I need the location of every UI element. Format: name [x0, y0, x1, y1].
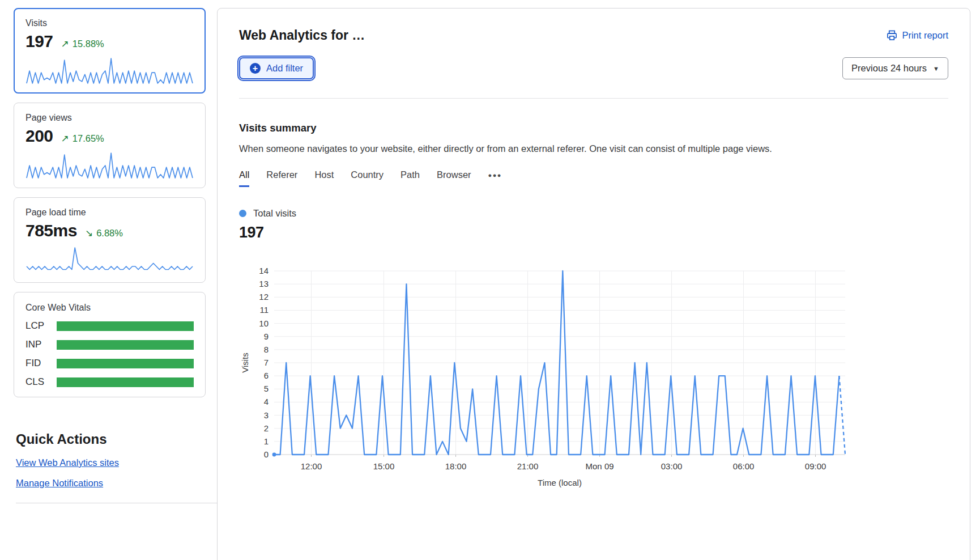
svg-text:18:00: 18:00 [445, 461, 467, 471]
svg-text:7: 7 [264, 358, 269, 367]
vital-bar-track [57, 321, 194, 331]
svg-text:8: 8 [264, 345, 269, 354]
vital-row-inp: INP [25, 339, 194, 350]
add-filter-label: Add filter [266, 63, 303, 74]
view-web-analytics-sites-link[interactable]: View Web Analytics sites [16, 458, 119, 468]
svg-text:Time (local): Time (local) [538, 478, 582, 487]
tab-country[interactable]: Country [351, 169, 384, 187]
trend-up-icon: ↗ [61, 133, 69, 145]
svg-text:14: 14 [259, 266, 269, 275]
svg-text:Mon 09: Mon 09 [586, 461, 614, 471]
tab-path[interactable]: Path [400, 169, 420, 187]
svg-text:12:00: 12:00 [301, 461, 322, 471]
tab-host[interactable]: Host [314, 169, 334, 187]
vital-row-lcp: LCP [25, 320, 194, 332]
svg-text:4: 4 [264, 397, 269, 406]
svg-text:15:00: 15:00 [373, 461, 395, 471]
trend-down-icon: ↘ [85, 227, 93, 239]
tab-referer[interactable]: Referer [266, 169, 297, 187]
stat-card-visits[interactable]: Visits 197 ↗ 15.88% [14, 8, 206, 94]
add-filter-button[interactable]: + Add filter [239, 57, 314, 79]
vital-bar-track [57, 359, 194, 368]
chart-legend: Total visits [239, 208, 948, 219]
svg-text:03:00: 03:00 [661, 461, 683, 471]
stat-card-title: Visits [25, 18, 194, 28]
sparkline-chart [25, 245, 194, 274]
svg-text:13: 13 [259, 279, 269, 289]
stat-card-trend: ↗ 15.88% [61, 38, 104, 50]
svg-text:21:00: 21:00 [517, 461, 539, 471]
svg-text:1: 1 [264, 436, 269, 446]
vital-label: FID [25, 358, 57, 369]
trend-percent: 6.88% [96, 228, 123, 239]
time-range-dropdown[interactable]: Previous 24 hours ▼ [842, 57, 948, 79]
stat-card-title: Page load time [25, 207, 194, 218]
svg-text:6: 6 [264, 371, 269, 380]
sparkline-chart [25, 56, 194, 85]
svg-text:9: 9 [264, 332, 269, 341]
tab-all[interactable]: All [239, 169, 249, 187]
section-description: When someone navigates to your website, … [239, 143, 948, 154]
vital-bar [57, 340, 194, 350]
svg-text:11: 11 [259, 305, 269, 315]
main-panel: Web Analytics for … Print report + Add f… [217, 8, 970, 560]
manage-notifications-link[interactable]: Manage Notifications [16, 478, 103, 488]
print-report-label: Print report [902, 30, 948, 41]
section-title: Visits summary [239, 122, 948, 134]
legend-label: Total visits [253, 208, 296, 219]
vitals-title: Core Web Vitals [25, 303, 194, 313]
tab-browser[interactable]: Browser [437, 169, 471, 187]
trend-up-icon: ↗ [61, 38, 69, 50]
stat-card-title: Page views [25, 113, 194, 123]
time-range-label: Previous 24 hours [851, 63, 927, 74]
stat-card-trend: ↗ 17.65% [61, 133, 104, 145]
sidebar: Visits 197 ↗ 15.88% Page views 200 ↗ 17.… [14, 8, 206, 503]
core-web-vitals-card: Core Web Vitals LCP INP FID CLS [14, 292, 206, 397]
legend-dot-icon [239, 210, 246, 217]
svg-text:06:00: 06:00 [733, 461, 755, 471]
svg-text:2: 2 [264, 423, 269, 433]
print-report-link[interactable]: Print report [887, 30, 948, 41]
dimension-tabs: All Referer Host Country Path Browser ●●… [239, 169, 948, 187]
sparkline-chart [25, 150, 194, 180]
printer-icon [887, 30, 897, 41]
visits-chart: 0123456789101112131412:0015:0018:0021:00… [240, 262, 948, 497]
stat-card-trend: ↘ 6.88% [85, 227, 123, 239]
svg-text:10: 10 [259, 319, 269, 328]
stat-card-value: 197 [25, 32, 53, 51]
stat-card-value: 785ms [25, 221, 77, 240]
trend-percent: 17.65% [73, 133, 104, 144]
svg-text:3: 3 [264, 410, 269, 420]
svg-text:09:00: 09:00 [805, 461, 826, 471]
vital-bar [57, 377, 194, 387]
vital-label: INP [25, 339, 57, 350]
page-title: Web Analytics for … [239, 28, 365, 43]
vital-label: LCP [25, 320, 57, 332]
vital-row-fid: FID [25, 358, 194, 369]
stat-card-page-views[interactable]: Page views 200 ↗ 17.65% [14, 103, 206, 188]
visits-summary-section: Visits summary When someone navigates to… [218, 99, 970, 497]
vital-bar [57, 359, 194, 368]
line-chart-svg: 0123456789101112131412:0015:0018:0021:00… [240, 262, 849, 494]
svg-text:Visits: Visits [240, 353, 250, 373]
vital-bar [57, 321, 194, 331]
stat-card-page-load-time[interactable]: Page load time 785ms ↘ 6.88% [14, 197, 206, 283]
stat-card-value: 200 [25, 126, 53, 146]
svg-text:0: 0 [264, 449, 269, 459]
vital-row-cls: CLS [25, 376, 194, 388]
chevron-down-icon: ▼ [933, 65, 939, 72]
plus-icon: + [250, 63, 261, 74]
svg-text:12: 12 [259, 292, 269, 302]
quick-actions-section: Quick Actions View Web Analytics sites M… [14, 431, 206, 503]
quick-actions-title: Quick Actions [16, 431, 206, 447]
vital-label: CLS [25, 376, 57, 388]
panel-header: Web Analytics for … Print report + Add f… [218, 9, 970, 99]
total-visits-value: 197 [239, 224, 948, 241]
sidebar-divider [16, 503, 223, 503]
vital-bar-track [57, 377, 194, 387]
more-tabs-icon[interactable]: ●●● [488, 172, 502, 185]
vital-bar-track [57, 340, 194, 350]
trend-percent: 15.88% [73, 39, 104, 49]
svg-text:5: 5 [264, 384, 269, 393]
